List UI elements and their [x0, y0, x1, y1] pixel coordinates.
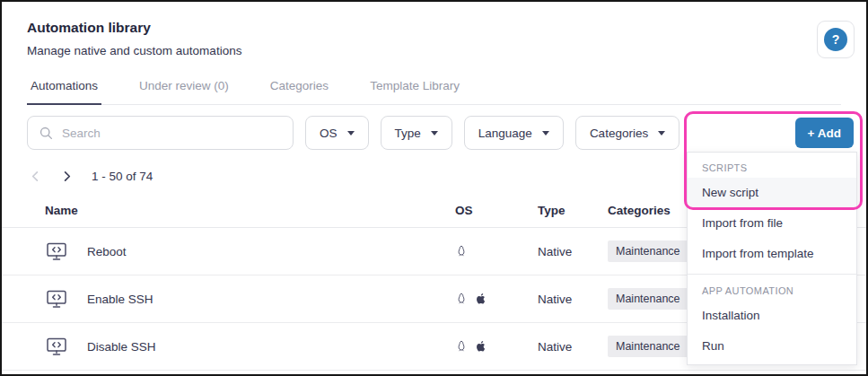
apple-icon: [474, 339, 487, 354]
category-badge: Maintenance: [608, 336, 688, 357]
linux-icon: [455, 339, 468, 354]
automation-library-window: Automation library Manage native and cus…: [0, 0, 868, 376]
linux-icon: [455, 244, 468, 258]
automation-type: Native: [538, 293, 608, 306]
menu-item-installation[interactable]: Installation: [688, 301, 856, 331]
menu-item-run[interactable]: Run: [688, 331, 856, 362]
previous-page-button[interactable]: [29, 170, 42, 183]
page-title: Automation library: [27, 20, 151, 36]
automation-type: Native: [538, 245, 608, 258]
categories-filter-dropdown[interactable]: Categories: [575, 116, 679, 150]
filter-toolbar: OS Type Language Categories + Add: [27, 116, 854, 150]
help-button[interactable]: ?: [817, 21, 855, 58]
tab-bar: Automations Under review (0) Categories …: [27, 77, 841, 105]
automation-name: Enable SSH: [87, 293, 153, 306]
chevron-down-icon: [431, 131, 438, 136]
automation-name: Disable SSH: [87, 340, 156, 354]
chevron-down-icon: [658, 131, 665, 136]
tab-categories[interactable]: Categories: [267, 77, 332, 104]
monitor-code-icon: [45, 335, 68, 358]
question-mark-icon: ?: [824, 28, 847, 51]
search-icon: [39, 126, 54, 141]
menu-item-new-script[interactable]: New script: [688, 178, 856, 208]
monitor-code-icon: [45, 287, 68, 310]
chevron-left-icon: [29, 170, 42, 183]
monitor-code-icon: [45, 240, 68, 263]
add-dropdown-menu: SCRIPTS New script Import from file Impo…: [687, 152, 857, 365]
automation-name: Reboot: [87, 245, 127, 258]
apple-icon: [474, 292, 487, 306]
tab-template-library[interactable]: Template Library: [366, 77, 463, 104]
menu-item-import-from-file[interactable]: Import from file: [688, 208, 856, 239]
column-header-name: Name: [27, 204, 455, 217]
menu-section-header-app-automation: APP AUTOMATION: [688, 275, 856, 301]
os-filter-dropdown[interactable]: OS: [305, 116, 369, 150]
search-input[interactable]: [62, 127, 282, 140]
chevron-down-icon: [542, 131, 549, 136]
page-subtitle: Manage native and custom automations: [27, 44, 241, 57]
category-badge: Maintenance: [608, 288, 688, 310]
add-button[interactable]: + Add: [795, 118, 854, 148]
next-page-button[interactable]: [60, 170, 74, 183]
column-header-os: OS: [455, 204, 538, 217]
column-header-type: Type: [538, 204, 608, 217]
chevron-right-icon: [60, 170, 74, 183]
menu-section-header-scripts: SCRIPTS: [688, 153, 856, 178]
search-box[interactable]: [27, 116, 294, 150]
pagination: 1 - 50 of 74: [29, 164, 153, 188]
menu-item-import-from-template[interactable]: Import from template: [688, 239, 856, 269]
chevron-down-icon: [347, 131, 355, 136]
tab-under-review[interactable]: Under review (0): [136, 77, 232, 104]
tab-automations[interactable]: Automations: [27, 77, 101, 105]
type-filter-dropdown[interactable]: Type: [381, 116, 452, 150]
linux-icon: [455, 292, 468, 306]
language-filter-dropdown[interactable]: Language: [464, 116, 564, 150]
page-range-label: 1 - 50 of 74: [92, 170, 153, 183]
automation-type: Native: [538, 340, 608, 354]
category-badge: Maintenance: [608, 240, 688, 262]
